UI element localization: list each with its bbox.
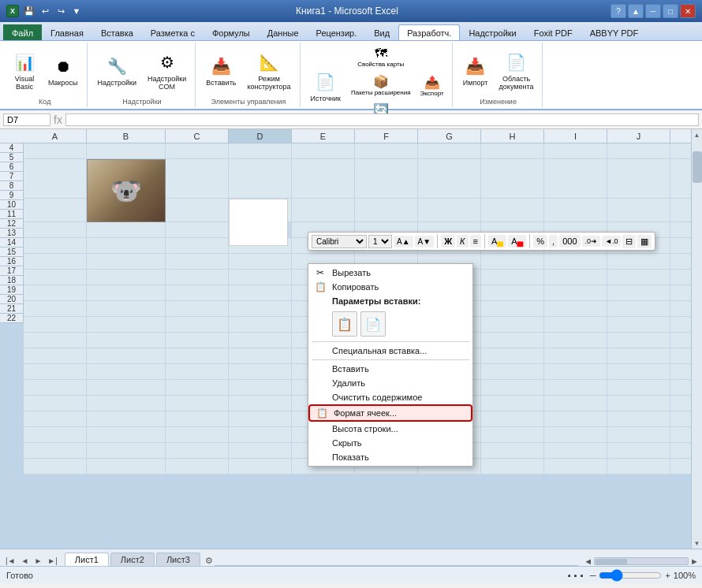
- macros-button[interactable]: ⏺ Макросы: [44, 51, 82, 89]
- tab-foxit[interactable]: Foxit PDF: [525, 24, 581, 40]
- cell-a11[interactable]: [24, 285, 87, 301]
- view-page-button[interactable]: ▪: [581, 571, 584, 580]
- undo-button[interactable]: ↩: [38, 4, 52, 18]
- col-header-c[interactable]: C: [166, 129, 229, 143]
- cell-d6[interactable]: [229, 199, 292, 222]
- tab-home[interactable]: Главная: [42, 24, 92, 40]
- italic-button[interactable]: К: [457, 235, 468, 247]
- cell-d20[interactable]: [229, 427, 292, 443]
- sheet-nav-next[interactable]: ►: [32, 556, 44, 566]
- increase-font-size-button[interactable]: A▲: [394, 236, 413, 247]
- font-select[interactable]: Calibri: [312, 235, 367, 248]
- cell-j11[interactable]: [607, 285, 670, 301]
- scroll-down-arrow[interactable]: ▼: [692, 538, 702, 549]
- cell-j16[interactable]: [607, 364, 670, 380]
- cell-c8[interactable]: [166, 238, 229, 254]
- hscroll-left[interactable]: ◄: [584, 556, 592, 566]
- zoom-slider[interactable]: [599, 569, 662, 582]
- col-header-g[interactable]: G: [418, 129, 481, 143]
- cell-h11[interactable]: [481, 285, 544, 301]
- hscroll-thumb[interactable]: [596, 559, 627, 565]
- cell-d21[interactable]: [229, 443, 292, 459]
- cell-c4[interactable]: [166, 143, 229, 159]
- sheet-tab-1[interactable]: Лист1: [65, 553, 109, 566]
- hscroll-right[interactable]: ►: [690, 556, 699, 566]
- paste-button-2[interactable]: 📄: [360, 311, 386, 337]
- cell-j15[interactable]: [607, 348, 670, 364]
- cell-j18[interactable]: [607, 396, 670, 411]
- cell-j19[interactable]: [607, 411, 670, 427]
- cell-b22[interactable]: [87, 459, 166, 474]
- cell-g6[interactable]: [418, 199, 481, 222]
- cell-g4[interactable]: [418, 143, 481, 159]
- cell-c20[interactable]: [166, 427, 229, 443]
- cell-b20[interactable]: [87, 427, 166, 443]
- hscroll-track[interactable]: [594, 557, 689, 565]
- cell-c13[interactable]: [166, 317, 229, 333]
- cell-b11[interactable]: [87, 285, 166, 301]
- col-header-j[interactable]: J: [607, 129, 670, 143]
- cell-g5[interactable]: [418, 159, 481, 199]
- cell-j17[interactable]: [607, 380, 670, 396]
- cell-i13[interactable]: [544, 317, 607, 333]
- cell-c17[interactable]: [166, 380, 229, 396]
- cell-i21[interactable]: [544, 443, 607, 459]
- col-header-f[interactable]: F: [355, 129, 418, 143]
- cell-d16[interactable]: [229, 364, 292, 380]
- cell-b17[interactable]: [87, 380, 166, 396]
- cell-i14[interactable]: [544, 333, 607, 348]
- cell-j6[interactable]: [607, 199, 670, 222]
- cell-j9[interactable]: [607, 254, 670, 270]
- cell-h18[interactable]: [481, 396, 544, 411]
- sheet-nav-last[interactable]: ►|: [45, 556, 60, 566]
- cell-j12[interactable]: [607, 301, 670, 317]
- cell-h12[interactable]: [481, 301, 544, 317]
- thousands-button[interactable]: 000: [559, 235, 580, 247]
- cell-h14[interactable]: [481, 333, 544, 348]
- tab-file[interactable]: Файл: [3, 24, 42, 40]
- view-layout-button[interactable]: ▪: [574, 571, 577, 580]
- cell-b18[interactable]: [87, 396, 166, 411]
- zoom-in-button[interactable]: +: [665, 571, 670, 580]
- cell-a12[interactable]: [24, 301, 87, 317]
- tab-abbyy[interactable]: ABBYY PDF: [581, 24, 648, 40]
- cell-j4[interactable]: [607, 143, 670, 159]
- cell-j21[interactable]: [607, 443, 670, 459]
- bold-button[interactable]: Ж: [441, 235, 455, 247]
- cell-d18[interactable]: [229, 396, 292, 411]
- context-menu-special-paste[interactable]: Специальная вставка...: [308, 344, 472, 358]
- cell-a13[interactable]: [24, 317, 87, 333]
- cell-d17[interactable]: [229, 380, 292, 396]
- paste-button-1[interactable]: 📋: [332, 311, 357, 337]
- cell-c10[interactable]: [166, 270, 229, 285]
- col-header-d[interactable]: D: [229, 129, 292, 143]
- export-button[interactable]: 📤 Экспорт: [417, 73, 447, 99]
- cell-h9[interactable]: [481, 254, 544, 270]
- tab-layout[interactable]: Разметка с: [142, 24, 204, 40]
- cell-f5[interactable]: [355, 159, 418, 199]
- cell-f6[interactable]: [355, 199, 418, 222]
- border-button[interactable]: ⊟: [622, 235, 636, 248]
- cell-j22[interactable]: [607, 459, 670, 474]
- context-menu-clear[interactable]: Очистить содержимое: [308, 390, 472, 404]
- cell-i10[interactable]: [544, 270, 607, 285]
- cell-i22[interactable]: [544, 459, 607, 474]
- context-menu-insert[interactable]: Вставить: [308, 362, 472, 376]
- document-area-button[interactable]: 📄 Областьдокумента: [495, 47, 538, 93]
- cell-h15[interactable]: [481, 348, 544, 364]
- cell-h10[interactable]: [481, 270, 544, 285]
- cell-d10[interactable]: [229, 270, 292, 285]
- cell-d19[interactable]: [229, 411, 292, 427]
- tab-addins[interactable]: Надстройки: [460, 24, 525, 40]
- maximize-button[interactable]: □: [663, 4, 678, 18]
- cell-c7[interactable]: [166, 222, 229, 238]
- cell-b4[interactable]: [87, 143, 166, 159]
- cell-c15[interactable]: [166, 348, 229, 364]
- cell-c9[interactable]: [166, 254, 229, 270]
- cell-b13[interactable]: [87, 317, 166, 333]
- extension-packs-button[interactable]: 📦 Пакеты расширения: [348, 72, 414, 99]
- fill-color-button[interactable]: A▄: [488, 235, 506, 247]
- cell-i4[interactable]: [544, 143, 607, 159]
- cell-i19[interactable]: [544, 411, 607, 427]
- col-header-i[interactable]: I: [544, 129, 607, 143]
